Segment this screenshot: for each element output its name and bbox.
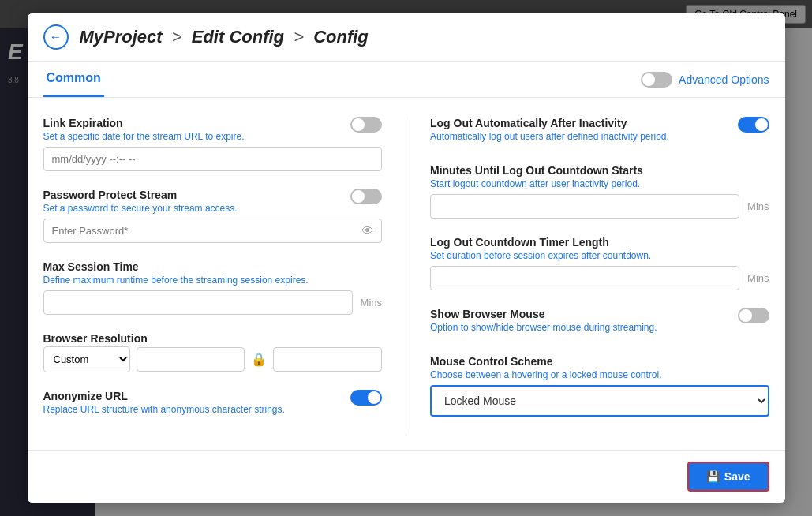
link-expiration-sub: Set a specific date for the stream URL t… — [43, 131, 245, 142]
countdown-starts-input[interactable]: 5 — [430, 194, 739, 219]
log-out-auto-sub: Automatically log out users after define… — [430, 131, 669, 142]
modal-footer: 💾 Save — [28, 450, 785, 503]
countdown-starts-unit: Mins — [747, 200, 769, 212]
countdown-starts-sub: Start logout countdown after user inacti… — [430, 178, 769, 189]
mouse-control-sub: Choose between a hovering or a locked mo… — [430, 369, 769, 380]
resolution-row: Custom 1920x1080 1280x720 800x600 1920 🔒… — [43, 346, 383, 372]
eye-icon[interactable]: 👁 — [361, 224, 374, 238]
countdown-length-sub: Set duration before session expires afte… — [430, 250, 769, 261]
show-browser-mouse-label: Show Browser Mouse — [430, 308, 657, 320]
modal-header: ← MyProject > Edit Config > Config — [28, 13, 785, 62]
log-out-auto-toggle[interactable] — [738, 117, 769, 133]
browser-resolution-group: Browser Resolution Custom 1920x1080 1280… — [43, 332, 383, 372]
max-session-sub: Define maximum runtime before the stream… — [43, 275, 383, 286]
mouse-control-select[interactable]: Locked Mouse Hovering Mouse — [430, 385, 769, 417]
anonymize-url-group: Anonymize URL Replace URL structure with… — [43, 390, 383, 420]
tabs-row: Common Advanced Options — [28, 62, 785, 98]
max-session-row: 15 Mins — [43, 290, 383, 315]
countdown-starts-label: Minutes Until Log Out Countdown Starts — [430, 164, 769, 177]
left-column: Link Expiration Set a specific date for … — [43, 117, 407, 431]
breadcrumb: MyProject > Edit Config > Config — [80, 27, 369, 47]
max-session-unit: Mins — [361, 297, 382, 308]
save-button[interactable]: 💾 Save — [687, 462, 769, 492]
breadcrumb-config: Config — [313, 27, 369, 47]
link-expiration-toggle[interactable] — [350, 117, 382, 133]
link-expiration-input[interactable] — [43, 147, 383, 171]
show-browser-mouse-sub: Option to show/hide browser mouse during… — [430, 322, 657, 333]
back-button[interactable]: ← — [43, 24, 69, 50]
countdown-length-unit: Mins — [747, 272, 769, 284]
log-out-auto-group: Log Out Automatically After Inactivity A… — [430, 117, 769, 147]
save-label: Save — [724, 470, 750, 483]
right-column: Log Out Automatically After Inactivity A… — [406, 117, 769, 431]
breadcrumb-edit: Edit Config — [192, 27, 284, 47]
browser-resolution-label: Browser Resolution — [43, 332, 383, 345]
password-protect-toggle[interactable] — [350, 189, 382, 204]
lock-icon: 🔒 — [251, 352, 267, 367]
resolution-select[interactable]: Custom 1920x1080 1280x720 800x600 — [43, 346, 130, 372]
resolution-width-input[interactable]: 1920 — [137, 347, 245, 372]
resolution-height-input[interactable]: 1080 — [273, 347, 382, 372]
max-session-input[interactable]: 15 — [43, 290, 353, 315]
countdown-length-input[interactable]: 1 — [430, 266, 739, 290]
advanced-options-toggle-switch[interactable] — [641, 72, 672, 88]
link-expiration-label: Link Expiration — [43, 117, 245, 129]
advanced-options-toggle[interactable]: Advanced Options — [641, 72, 769, 88]
modal-overlay: ← MyProject > Edit Config > Config Commo… — [0, 0, 812, 516]
password-protect-sub: Set a password to secure your stream acc… — [43, 203, 238, 214]
countdown-length-label: Log Out Countdown Timer Length — [430, 236, 769, 249]
breadcrumb-sep1: > — [172, 27, 187, 47]
countdown-starts-group: Minutes Until Log Out Countdown Starts S… — [430, 164, 769, 219]
countdown-length-row: 1 Mins — [430, 266, 769, 290]
show-browser-mouse-toggle[interactable] — [738, 308, 769, 323]
countdown-starts-row: 5 Mins — [430, 194, 769, 219]
mouse-control-label: Mouse Control Scheme — [430, 355, 769, 368]
advanced-options-label: Advanced Options — [679, 73, 769, 86]
password-input[interactable] — [43, 219, 383, 243]
password-protect-group: Password Protect Stream Set a password t… — [43, 189, 383, 243]
max-session-label: Max Session Time — [43, 260, 383, 273]
mouse-control-group: Mouse Control Scheme Choose between a ho… — [430, 355, 769, 417]
anonymize-url-toggle[interactable] — [350, 390, 382, 406]
log-out-auto-label: Log Out Automatically After Inactivity — [430, 117, 669, 129]
max-session-group: Max Session Time Define maximum runtime … — [43, 260, 383, 315]
anonymize-url-sub: Replace URL structure with anonymous cha… — [43, 404, 285, 415]
modal-body: Link Expiration Set a specific date for … — [28, 98, 785, 450]
password-input-wrapper: 👁 — [43, 219, 383, 243]
link-expiration-group: Link Expiration Set a specific date for … — [43, 117, 383, 171]
anonymize-url-label: Anonymize URL — [43, 390, 285, 402]
tab-common[interactable]: Common — [43, 62, 104, 97]
breadcrumb-sep2: > — [294, 27, 309, 47]
password-protect-label: Password Protect Stream — [43, 189, 238, 201]
show-browser-mouse-group: Show Browser Mouse Option to show/hide b… — [430, 308, 769, 338]
config-modal: ← MyProject > Edit Config > Config Commo… — [28, 13, 785, 503]
breadcrumb-project: MyProject — [80, 27, 163, 47]
countdown-length-group: Log Out Countdown Timer Length Set durat… — [430, 236, 769, 290]
save-icon: 💾 — [706, 470, 720, 483]
